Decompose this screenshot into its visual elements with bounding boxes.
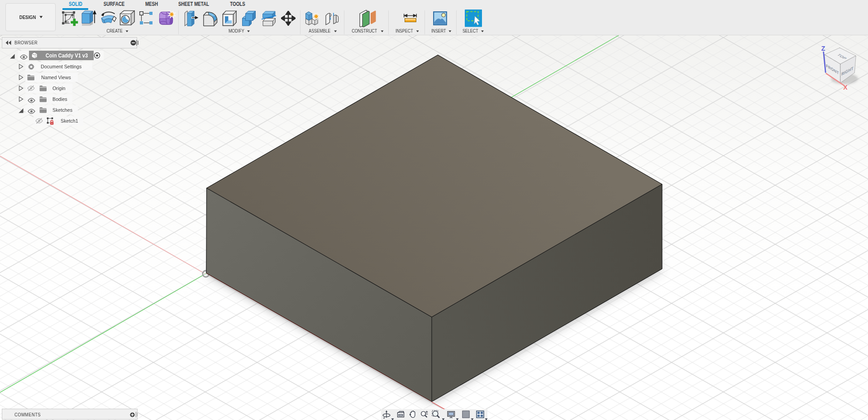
svg-text:X: X — [843, 84, 848, 91]
svg-text:Z: Z — [821, 45, 825, 52]
